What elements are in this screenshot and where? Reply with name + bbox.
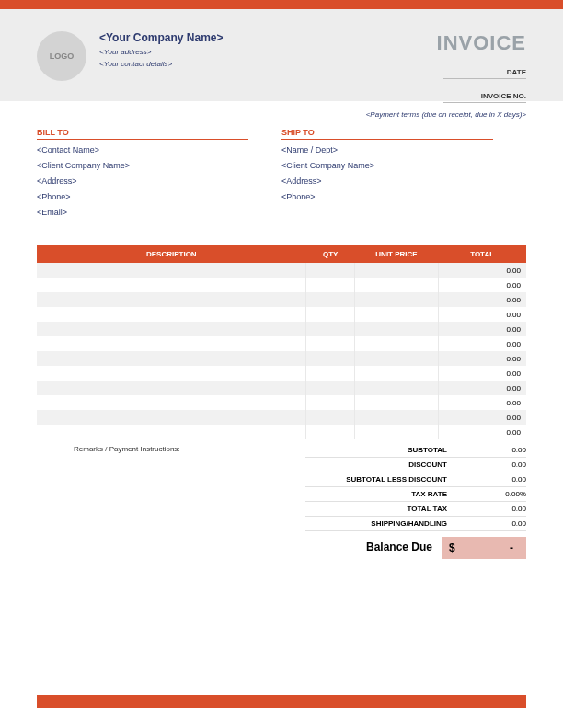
cell-total: 0.00: [438, 336, 526, 351]
table-row: 0.00: [37, 322, 526, 336]
cell-description: [37, 351, 306, 366]
cell-unit-price: [355, 381, 438, 395]
date-label: DATE: [443, 68, 526, 79]
ship-to: SHIP TO <Name / Dept> <Client Company Na…: [282, 128, 526, 223]
cell-total: 0.00: [438, 381, 526, 395]
cell-qty: [306, 336, 355, 351]
bill-to-line: <Email>: [37, 208, 282, 217]
balance-currency: $: [449, 541, 455, 554]
col-qty: QTY: [306, 245, 355, 263]
bill-to-heading: BILL TO: [37, 128, 248, 140]
cell-qty: [306, 307, 355, 322]
subtotal-less-value: 0.00: [460, 475, 526, 483]
cell-qty: [306, 381, 355, 395]
cell-unit-price: [355, 322, 438, 336]
discount-row: DISCOUNT 0.00: [305, 458, 526, 472]
address-section: BILL TO <Contact Name> <Client Company N…: [0, 124, 563, 223]
company-info: <Your Company Name> <Your address> <Your…: [99, 26, 223, 81]
table-row: 0.00: [37, 351, 526, 366]
shipping-label: SHIPPING/HANDLING: [305, 519, 460, 528]
payment-terms: <Payment terms (due on receipt, due in X…: [0, 101, 563, 124]
table-header-row: DESCRIPTION QTY UNIT PRICE TOTAL: [37, 245, 526, 263]
ship-to-line: <Client Company Name>: [282, 161, 526, 170]
cell-description: [37, 336, 306, 351]
tax-rate-value: 0.00%: [460, 490, 526, 498]
bottom-accent-bar: [37, 695, 526, 708]
cell-total: 0.00: [438, 366, 526, 381]
cell-qty: [306, 351, 355, 366]
cell-qty: [306, 263, 355, 278]
shipping-row: SHIPPING/HANDLING 0.00: [305, 517, 526, 531]
remarks-label: Remarks / Payment Instructions:: [37, 443, 305, 559]
col-unit-price: UNIT PRICE: [355, 245, 438, 263]
subtotal-row: SUBTOTAL 0.00: [305, 443, 526, 458]
bill-to: BILL TO <Contact Name> <Client Company N…: [37, 128, 282, 223]
cell-total: 0.00: [438, 263, 526, 278]
items-table: DESCRIPTION QTY UNIT PRICE TOTAL 0.000.0…: [37, 245, 526, 439]
cell-description: [37, 263, 306, 278]
cell-qty: [306, 322, 355, 336]
bill-to-line: <Address>: [37, 176, 282, 186]
shipping-value: 0.00: [460, 519, 526, 528]
subtotal-less-label: SUBTOTAL LESS DISCOUNT: [305, 475, 460, 483]
cell-total: 0.00: [438, 278, 526, 292]
discount-value: 0.00: [460, 461, 526, 469]
balance-due-row: Balance Due $ -: [305, 537, 526, 559]
cell-description: [37, 366, 306, 381]
balance-due-box: $ -: [442, 537, 526, 559]
bill-to-line: <Contact Name>: [37, 145, 282, 154]
cell-unit-price: [355, 410, 438, 425]
cell-description: [37, 381, 306, 395]
cell-qty: [306, 292, 355, 307]
invoice-title: INVOICE: [437, 31, 526, 55]
table-row: 0.00: [37, 307, 526, 322]
table-row: 0.00: [37, 425, 526, 439]
cell-unit-price: [355, 425, 438, 439]
cell-unit-price: [355, 278, 438, 292]
company-address: <Your address>: [99, 48, 223, 56]
cell-description: [37, 307, 306, 322]
invoice-meta: INVOICE DATE INVOICE NO.: [437, 31, 526, 103]
cell-unit-price: [355, 351, 438, 366]
cell-unit-price: [355, 366, 438, 381]
ship-to-line: <Address>: [282, 176, 526, 186]
company-name: <Your Company Name>: [99, 31, 223, 44]
logo-placeholder: LOGO: [37, 31, 86, 81]
discount-label: DISCOUNT: [305, 461, 460, 469]
cell-description: [37, 292, 306, 307]
bill-to-line: <Phone>: [37, 192, 282, 201]
below-table: Remarks / Payment Instructions: SUBTOTAL…: [0, 439, 563, 559]
col-total: TOTAL: [438, 245, 526, 263]
col-description: DESCRIPTION: [37, 245, 306, 263]
cell-total: 0.00: [438, 307, 526, 322]
cell-description: [37, 278, 306, 292]
invoice-no-label: INVOICE NO.: [443, 92, 526, 103]
tax-rate-row: TAX RATE 0.00%: [305, 487, 526, 502]
cell-total: 0.00: [438, 292, 526, 307]
tax-rate-label: TAX RATE: [305, 490, 460, 498]
table-row: 0.00: [37, 263, 526, 278]
table-row: 0.00: [37, 381, 526, 395]
cell-total: 0.00: [438, 395, 526, 410]
table-row: 0.00: [37, 366, 526, 381]
table-row: 0.00: [37, 278, 526, 292]
cell-qty: [306, 278, 355, 292]
cell-unit-price: [355, 395, 438, 410]
cell-qty: [306, 395, 355, 410]
ship-to-line: <Phone>: [282, 192, 526, 201]
cell-total: 0.00: [438, 322, 526, 336]
header: LOGO <Your Company Name> <Your address> …: [0, 9, 563, 101]
cell-total: 0.00: [438, 351, 526, 366]
ship-to-heading: SHIP TO: [282, 128, 493, 140]
ship-to-line: <Name / Dept>: [282, 145, 526, 154]
total-tax-label: TOTAL TAX: [305, 505, 460, 513]
cell-total: 0.00: [438, 410, 526, 425]
cell-unit-price: [355, 336, 438, 351]
bill-to-line: <Client Company Name>: [37, 161, 282, 170]
cell-description: [37, 395, 306, 410]
table-row: 0.00: [37, 410, 526, 425]
cell-description: [37, 410, 306, 425]
company-contact: <Your contact details>: [99, 60, 223, 68]
table-row: 0.00: [37, 292, 526, 307]
cell-unit-price: [355, 307, 438, 322]
